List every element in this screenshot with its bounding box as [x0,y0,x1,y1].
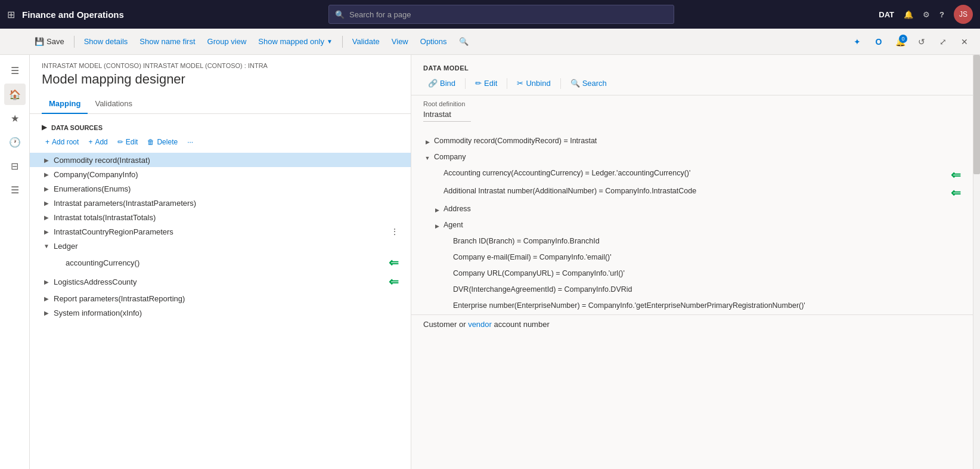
expand-intrastatparams-button[interactable]: ▶ [42,198,51,208]
dm-edit-icon: ✏ [475,79,482,88]
vendor-link[interactable]: vendor [468,320,492,329]
expand-accounting-button[interactable] [54,258,63,267]
add-root-button[interactable]: + Add root [42,136,82,148]
bind-button[interactable]: 🔗 Bind [423,76,460,90]
expand-ledger-button[interactable]: ▼ [42,241,51,251]
dm-item-address[interactable]: ▶ Address [411,202,973,218]
dm-bottom-customer-vendor: Customer or vendor account number [411,314,973,334]
sidebar-clock-icon[interactable]: 🕐 [4,131,26,153]
tab-mapping[interactable]: Mapping [42,94,88,114]
unbind-icon: ✂ [517,79,523,88]
breadcrumb: INTRASTAT MODEL (CONTOSO) INTRASTAT MODE… [42,62,399,69]
dm-item-company-email[interactable]: Company e-mail(Email) = CompanyInfo.'ema… [411,250,973,266]
options-button[interactable]: Options [415,35,452,48]
settings-link-button[interactable]: ✦ [849,33,866,50]
maximize-button[interactable]: ⤢ [935,33,951,50]
tree-item-system-info[interactable]: ▶ System information(xInfo) [30,306,411,320]
sidebar-star-icon[interactable]: ★ [4,107,26,129]
show-name-first-button[interactable]: Show name first [135,35,200,48]
show-details-button[interactable]: Show details [79,35,133,48]
tree-item-enumerations[interactable]: ▶ Enumerations(Enums) [30,181,411,196]
expand-logistics-button[interactable]: ▶ [42,277,51,286]
content-area: INTRASTAT MODEL (CONTOSO) INTRASTAT MODE… [30,55,980,469]
help-icon[interactable]: ? [939,10,944,19]
right-scrollbar[interactable] [973,55,980,469]
chevron-down-icon: ▼ [327,38,333,45]
dm-edit-button[interactable]: ✏ Edit [470,76,502,90]
dm-item-additional-intrastat[interactable]: Additional Intrastat number(AdditionalNu… [411,184,973,202]
dm-expand-company[interactable]: ▼ [423,152,432,164]
dm-item-dvr[interactable]: DVR(InterchangeAgreementId) = CompanyInf… [411,282,973,298]
user-avatar[interactable]: JS [954,5,973,24]
dm-item-accounting-currency[interactable]: Accounting currency(AccountingCurrency) … [411,166,973,184]
tree-item-intrastat-totals[interactable]: ▶ Intrastat totals(IntrastatTotals) [30,210,411,224]
search-input[interactable] [349,10,668,19]
tree-item-accounting-currency[interactable]: accountingCurrency() ⇐ [30,253,411,272]
top-navigation: ⊞ Finance and Operations 🔍 DAT 🔔 ⚙ ? JS [0,0,980,29]
group-view-button[interactable]: Group view [203,35,252,48]
dm-expand-enterprise [442,301,451,313]
expand-reportparams-button[interactable]: ▶ [42,294,51,303]
toolbar-separator-1 [74,36,75,48]
dm-item-company-url[interactable]: Company URL(CompanyURL) = CompanyInfo.'u… [411,266,973,282]
tree-item-intrastat-params[interactable]: ▶ Intrastat parameters(IntrastatParamete… [30,196,411,210]
context-menu-dots[interactable]: ⋮ [390,227,399,236]
refresh-button[interactable]: ↺ [913,33,930,50]
dm-search-button[interactable]: 🔍 Search [566,76,612,90]
save-button[interactable]: 💾 Save [30,35,69,48]
edit-button[interactable]: ✏ Edit [114,136,142,148]
tree-item-company[interactable]: ▶ Company(CompanyInfo) [30,167,411,181]
sidebar-list-icon[interactable]: ☰ [4,179,26,200]
show-mapped-only-button[interactable]: Show mapped only ▼ [253,35,337,48]
search-bar[interactable]: 🔍 [328,5,674,24]
more-button[interactable]: ··· [184,136,197,148]
notification-badge-button[interactable]: 🔔 0 [892,33,908,50]
dm-item-agent[interactable]: ▶ Agent [411,218,973,234]
expand-sysinfo-button[interactable]: ▶ [42,308,51,317]
dm-item-company[interactable]: ▼ Company [411,150,973,166]
tree-item-intrastat-country[interactable]: ▶ IntrastatCountryRegionParameters ⋮ [30,224,411,239]
dm-item-commodity-record[interactable]: ▶ Commodity record(CommodityRecord) = In… [411,134,973,150]
tree-item-ledger[interactable]: ▼ Ledger [30,239,411,253]
root-definition-area: Root definition Intrastat [411,95,973,129]
delete-button[interactable]: 🗑 Delete [144,136,181,148]
sidebar-table-icon[interactable]: ⊟ [4,155,26,177]
root-definition-label: Root definition [423,100,961,107]
dm-item-enterprise-number[interactable]: Enterprise number(EnterpriseNumber) = Co… [411,298,973,314]
tree-item-commodity[interactable]: ▶ Commodity record(Intrastat) [30,153,411,167]
sidebar-home-icon[interactable]: 🏠 [4,84,26,105]
scrollbar-thumb[interactable] [973,55,980,174]
expand-intrastattotals-button[interactable]: ▶ [42,212,51,222]
bell-icon[interactable]: 🔔 [904,10,913,19]
tree-item-logistics[interactable]: ▶ LogisticsAddressCounty ⇐ [30,272,411,291]
dm-expand-agent[interactable]: ▶ [433,220,441,232]
dm-separator-1 [465,78,466,89]
dm-item-branch-id[interactable]: Branch ID(Branch) = CompanyInfo.BranchId [411,234,973,250]
dm-tree: ▶ Commodity record(CommodityRecord) = In… [411,129,973,469]
validate-button[interactable]: Validate [348,35,384,48]
gear-icon[interactable]: ⚙ [923,10,930,19]
grid-icon[interactable]: ⊞ [7,9,15,20]
section-expand-icon[interactable]: ▶ [42,124,46,131]
dm-expand-address[interactable]: ▶ [433,204,441,216]
edit-icon: ✏ [117,138,123,146]
expand-enumerations-button[interactable]: ▶ [42,184,51,193]
add-button[interactable]: + Add [85,136,111,148]
mapping-arrow-logistics: ⇐ [389,274,399,289]
nav-right-area: DAT 🔔 ⚙ ? JS [879,5,973,24]
tab-validations[interactable]: Validations [88,94,139,114]
close-button[interactable]: ✕ [956,33,973,50]
dm-toolbar: 🔗 Bind ✏ Edit ✂ Unbind 🔍 Search [411,76,973,95]
dm-expand-commodity[interactable]: ▶ [423,136,432,148]
search-toolbar-button[interactable]: 🔍 [454,35,473,48]
sidebar-menu-icon[interactable]: ☰ [4,60,26,81]
expand-company-button[interactable]: ▶ [42,169,51,179]
unbind-button[interactable]: ✂ Unbind [512,76,555,90]
office-button[interactable]: O [870,33,887,50]
expand-intrastatcountry-button[interactable]: ▶ [42,227,51,236]
tree-item-report-params[interactable]: ▶ Report parameters(IntrastatReporting) [30,291,411,306]
dm-expand-additional [433,186,441,198]
view-button[interactable]: View [387,35,413,48]
expand-commodity-button[interactable]: ▶ [42,155,51,165]
delete-icon: 🗑 [147,138,154,146]
